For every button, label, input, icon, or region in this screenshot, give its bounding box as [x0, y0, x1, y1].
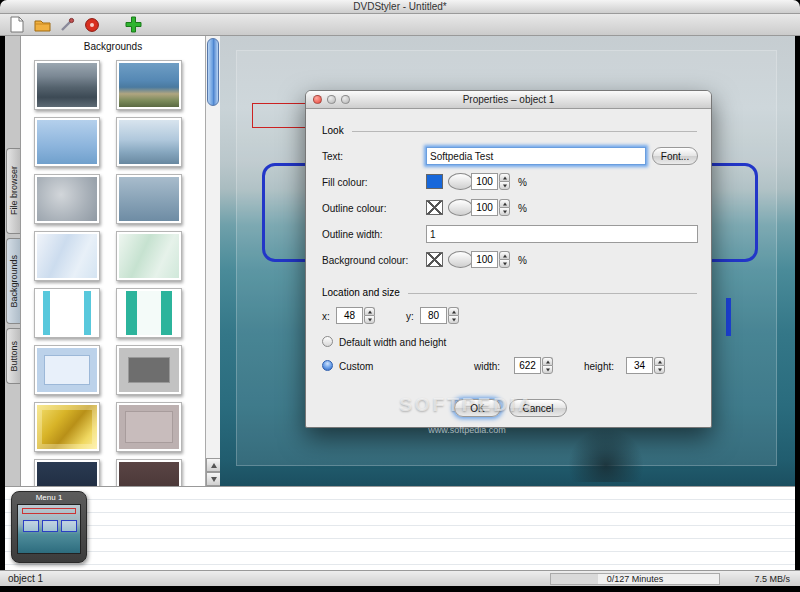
stepper-buttons[interactable] [448, 307, 459, 324]
stepper-buttons[interactable] [499, 173, 510, 190]
background-thumbnail[interactable] [116, 345, 182, 395]
fill-colour-swatch[interactable] [426, 174, 443, 189]
outline-colour-picker[interactable] [448, 199, 473, 216]
background-thumbnail[interactable] [34, 231, 100, 281]
stepper-up-icon[interactable] [499, 199, 510, 207]
percent-label: % [518, 203, 527, 214]
custom-size-radio[interactable] [322, 360, 333, 371]
background-image [37, 63, 97, 107]
no-colour-icon [427, 253, 442, 266]
background-thumbnail[interactable] [34, 288, 100, 338]
background-thumbnail[interactable] [116, 231, 182, 281]
background-colour-label: Background colour: [322, 255, 408, 266]
scroll-down-button[interactable] [206, 472, 220, 486]
bitrate-indicator: 7.5 MB/s [726, 574, 800, 584]
stepper-up-icon[interactable] [448, 307, 459, 315]
background-thumbnail[interactable] [116, 288, 182, 338]
background-thumbnail[interactable] [116, 459, 182, 486]
open-folder-icon[interactable] [33, 16, 51, 34]
stepper-down-icon[interactable] [448, 315, 459, 324]
outline-opacity-input[interactable] [471, 199, 498, 216]
tab-backgrounds[interactable]: Backgrounds [6, 238, 20, 324]
stepper-buttons[interactable] [499, 199, 510, 216]
background-thumbnail[interactable] [116, 60, 182, 110]
text-object-fragment[interactable] [726, 298, 731, 336]
background-image [37, 348, 97, 392]
fill-opacity-spinner[interactable] [471, 173, 510, 190]
fill-colour-picker[interactable] [448, 173, 473, 190]
background-thumbnail[interactable] [34, 117, 100, 167]
stepper-buttons[interactable] [499, 251, 510, 268]
stepper-up-icon[interactable] [654, 357, 665, 365]
outline-opacity-spinner[interactable] [471, 199, 510, 216]
add-background-icon[interactable] [124, 16, 142, 34]
stepper-up-icon[interactable] [542, 357, 553, 365]
stepper-down-icon[interactable] [654, 365, 665, 374]
window-titlebar[interactable]: DVDStyler - Untitled* [0, 0, 800, 14]
tab-label: Backgrounds [9, 255, 19, 308]
default-size-radio[interactable] [322, 336, 333, 347]
burn-icon[interactable] [83, 16, 101, 34]
ok-button[interactable]: OK [454, 399, 501, 417]
percent-label: % [518, 255, 527, 266]
stepper-down-icon[interactable] [499, 207, 510, 216]
background-image [37, 291, 97, 335]
main-area: File browser Backgrounds Buttons Backgro… [5, 36, 795, 486]
close-icon[interactable] [313, 95, 322, 104]
default-size-label: Default width and height [339, 337, 446, 348]
stepper-down-icon[interactable] [499, 259, 510, 268]
width-input[interactable] [514, 357, 541, 374]
background-colour-swatch[interactable] [426, 252, 443, 267]
y-input[interactable] [420, 307, 447, 324]
stepper-up-icon[interactable] [499, 251, 510, 259]
stepper-up-icon[interactable] [499, 173, 510, 181]
background-colour-picker[interactable] [448, 251, 473, 268]
tab-buttons[interactable]: Buttons [6, 328, 20, 384]
stepper-buttons[interactable] [654, 357, 665, 374]
arrow-up-icon [211, 463, 217, 468]
height-spinner[interactable] [626, 357, 665, 374]
background-thumbnail[interactable] [34, 402, 100, 452]
x-input[interactable] [336, 307, 363, 324]
background-thumbnail[interactable] [34, 345, 100, 395]
width-spinner[interactable] [514, 357, 553, 374]
y-spinner[interactable] [420, 307, 459, 324]
text-input[interactable] [426, 147, 646, 165]
tab-file-browser[interactable]: File browser [6, 148, 20, 234]
scroll-up-button[interactable] [206, 458, 220, 472]
font-button[interactable]: Font... [652, 147, 698, 165]
panel-scrollbar[interactable] [205, 36, 220, 486]
menu-thumbnail[interactable]: Menu 1 [11, 491, 87, 563]
background-thumbnail[interactable] [34, 459, 100, 486]
new-document-icon[interactable] [8, 16, 26, 34]
background-image [37, 234, 97, 278]
look-section-label: Look [322, 125, 344, 136]
panel-title: Backgrounds [21, 36, 205, 58]
cancel-button[interactable]: Cancel [509, 399, 567, 417]
x-spinner[interactable] [336, 307, 375, 324]
properties-dialog: Properties – object 1 Look Text: Font...… [305, 90, 712, 428]
background-opacity-spinner[interactable] [471, 251, 510, 268]
background-thumbnail[interactable] [34, 60, 100, 110]
pen-icon[interactable] [58, 16, 76, 34]
background-thumbnail[interactable] [116, 402, 182, 452]
stepper-up-icon[interactable] [364, 307, 375, 315]
background-opacity-input[interactable] [471, 251, 498, 268]
background-thumbnail[interactable] [116, 117, 182, 167]
background-thumbnail[interactable] [34, 174, 100, 224]
dialog-body: Look Text: Font... Fill colour: % Outlin… [306, 109, 711, 428]
background-image [119, 348, 179, 392]
dialog-titlebar[interactable]: Properties – object 1 [306, 91, 711, 109]
stepper-buttons[interactable] [364, 307, 375, 324]
outline-width-input[interactable] [426, 225, 698, 243]
stepper-down-icon[interactable] [364, 315, 375, 324]
menu-name: Menu 1 [12, 492, 86, 504]
stepper-down-icon[interactable] [499, 181, 510, 190]
stepper-down-icon[interactable] [542, 365, 553, 374]
height-input[interactable] [626, 357, 653, 374]
background-thumbnail[interactable] [116, 174, 182, 224]
fill-opacity-input[interactable] [471, 173, 498, 190]
scrollbar-thumb[interactable] [207, 38, 219, 106]
outline-colour-swatch[interactable] [426, 200, 443, 215]
stepper-buttons[interactable] [542, 357, 553, 374]
